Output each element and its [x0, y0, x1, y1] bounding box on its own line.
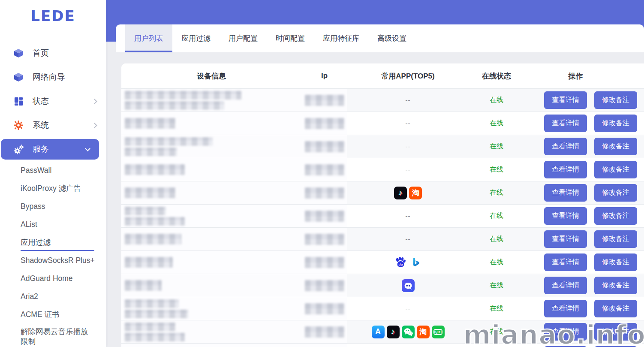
device-redacted-block — [125, 323, 175, 331]
sidebar-item-services[interactable]: 服务 — [1, 139, 99, 160]
view-details-button[interactable]: 查看详情 — [544, 230, 587, 248]
sidebar-item-label: 服务 — [33, 144, 86, 155]
edit-note-button[interactable]: 修改备注 — [594, 138, 637, 155]
sidebar-subitem-label: ShadowSocksR Plus+ — [21, 256, 95, 265]
view-details-button[interactable]: 查看详情 — [544, 161, 587, 178]
device-redacted-block — [125, 148, 177, 156]
top-apps-cell — [347, 279, 469, 292]
tab-advanced[interactable]: 高级设置 — [368, 24, 415, 52]
view-details-button[interactable]: 查看详情 — [544, 115, 587, 132]
table-row: 在线查看详情修改备注 — [121, 274, 644, 297]
sidebar-subitem-ssr-plus[interactable]: ShadowSocksR Plus+ — [0, 251, 106, 269]
apps-empty-text: -- — [406, 143, 411, 150]
device-redacted-block — [125, 333, 185, 341]
sidebar-subitem-adguard[interactable]: AdGuard Home — [0, 269, 106, 287]
view-details-button[interactable]: 查看详情 — [544, 91, 587, 109]
view-details-button[interactable]: 查看详情 — [544, 138, 587, 155]
device-redacted-block — [125, 207, 166, 215]
sidebar-subitem-label: PassWall — [21, 166, 51, 175]
tab-user-config[interactable]: 用户配置 — [220, 24, 267, 52]
tab-app-filter[interactable]: 应用过滤 — [172, 24, 220, 52]
sidebar-subitem-appfilter[interactable]: 应用过滤 — [0, 233, 106, 251]
ip-cell — [301, 228, 347, 250]
view-details-button[interactable]: 查看详情 — [544, 300, 587, 317]
cube-icon — [13, 72, 24, 83]
sidebar-item-label: 状态 — [33, 96, 93, 107]
table-row: du在线查看详情修改备注 — [121, 250, 644, 274]
view-details-button[interactable]: 查看详情 — [544, 253, 587, 271]
sidebar-subitem-passwall[interactable]: PassWall — [0, 161, 106, 179]
sidebar-menu: 首页网络向导状态系统服务 — [0, 41, 106, 160]
table-row: --在线查看详情修改备注 — [121, 343, 644, 347]
edit-note-button[interactable]: 修改备注 — [594, 207, 637, 225]
table-row: --在线查看详情修改备注 — [121, 297, 644, 320]
ip-redacted-block — [305, 141, 344, 152]
edit-note-button[interactable]: 修改备注 — [594, 300, 637, 317]
ip-redacted-block — [305, 326, 344, 338]
table-row: ♪淘在线查看详情修改备注 — [121, 181, 644, 204]
actions-cell: 查看详情修改备注 — [524, 277, 644, 294]
edit-note-button[interactable]: 修改备注 — [594, 115, 637, 132]
actions-cell: 查看详情修改备注 — [524, 230, 644, 248]
status-online-text: 在线 — [469, 165, 524, 174]
sidebar-subitem-bypass[interactable]: Bypass — [0, 197, 106, 215]
sidebar-item-status[interactable]: 状态 — [0, 89, 106, 113]
col-top-apps: 常用APP(TOP5) — [347, 71, 469, 81]
ip-cell — [301, 205, 347, 227]
apps-empty-text: -- — [406, 235, 411, 243]
ip-cell — [301, 135, 347, 158]
tab-time-config[interactable]: 时间配置 — [267, 24, 314, 52]
device-info-cell — [121, 135, 301, 158]
edit-note-button[interactable]: 修改备注 — [594, 323, 637, 341]
sidebar-item-label: 网络向导 — [33, 72, 96, 83]
sidebar-subitem-label: Bypass — [21, 202, 45, 211]
sidebar-subitem-acme[interactable]: ACME 证书 — [0, 305, 106, 323]
apps-empty-text: -- — [406, 120, 411, 127]
gear-icon — [13, 120, 24, 131]
top-apps-cell: ♪淘 — [347, 187, 469, 199]
status-online-text: 在线 — [469, 142, 524, 151]
edit-note-button[interactable]: 修改备注 — [594, 230, 637, 248]
col-actions: 操作 — [524, 71, 644, 81]
device-redacted-block — [125, 299, 179, 308]
ip-cell — [301, 344, 347, 347]
sidebar-item-home[interactable]: 首页 — [0, 41, 106, 65]
tab-user-list[interactable]: 用户列表 — [125, 24, 172, 52]
view-details-button[interactable]: 查看详情 — [544, 323, 587, 341]
view-details-button[interactable]: 查看详情 — [544, 277, 587, 294]
sidebar-subitem-aria2[interactable]: Aria2 — [0, 287, 106, 305]
view-details-button[interactable]: 查看详情 — [544, 184, 587, 202]
tab-app-signatures[interactable]: 应用特征库 — [314, 24, 368, 52]
table-row: --在线查看详情修改备注 — [121, 112, 644, 135]
edit-note-button[interactable]: 修改备注 — [594, 91, 637, 109]
device-redacted-block — [125, 164, 185, 175]
sidebar-subitem-label: AdGuard Home — [21, 274, 73, 283]
sidebar-subitem-netease-unblock[interactable]: 解除网易云音乐播放限制 — [0, 323, 106, 347]
sidebar-item-wizard[interactable]: 网络向导 — [0, 65, 106, 89]
status-online-text: 在线 — [469, 188, 524, 197]
device-info-cell — [121, 228, 301, 250]
device-redacted-block — [125, 280, 162, 291]
sidebar-subitem-alist[interactable]: AList — [0, 215, 106, 233]
table-row: --在线查看详情修改备注 — [121, 204, 644, 227]
edit-note-button[interactable]: 修改备注 — [594, 277, 637, 294]
ip-cell — [301, 320, 347, 343]
sidebar-item-system[interactable]: 系统 — [0, 113, 106, 137]
edit-note-button[interactable]: 修改备注 — [594, 253, 637, 271]
ip-cell — [301, 181, 347, 204]
sidebar-subitem-ikoolproxy[interactable]: iKoolProxy 滤广告 — [0, 179, 106, 197]
table-row: --在线查看详情修改备注 — [121, 88, 644, 112]
status-online-text: 在线 — [469, 96, 524, 105]
top-apps-cell: -- — [347, 120, 469, 127]
top-apps-cell: -- — [347, 143, 469, 150]
view-details-button[interactable]: 查看详情 — [544, 207, 587, 225]
edit-note-button[interactable]: 修改备注 — [594, 161, 637, 178]
lede-logo: LEDE — [0, 0, 106, 41]
sidebar-subitem-label: AList — [21, 220, 37, 229]
device-info-cell — [121, 181, 301, 204]
top-apps-cell: A♪淘iQIYI — [347, 326, 469, 338]
status-online-text: 在线 — [469, 235, 524, 244]
device-info-cell — [121, 274, 301, 297]
edit-note-button[interactable]: 修改备注 — [594, 184, 637, 202]
device-info-cell — [121, 205, 301, 227]
